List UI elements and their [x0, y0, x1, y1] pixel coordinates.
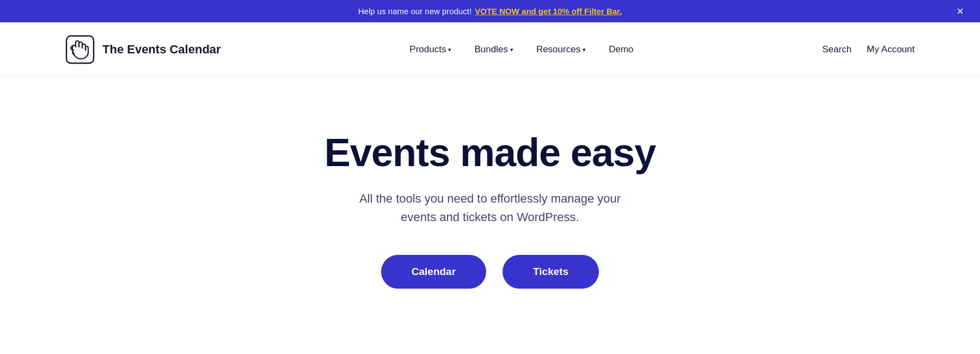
calendar-button[interactable]: Calendar — [381, 255, 486, 289]
logo-area[interactable]: The Events Calendar — [65, 35, 221, 64]
hero-section: Events made easy All the tools you need … — [0, 77, 980, 332]
nav-item-products[interactable]: Products ▾ — [401, 39, 460, 60]
logo-name: The Events Calendar — [102, 42, 221, 57]
nav-label-products: Products — [409, 44, 446, 55]
logo-icon — [65, 35, 95, 64]
tickets-button[interactable]: Tickets — [503, 255, 599, 289]
my-account-button[interactable]: My Account — [867, 44, 915, 55]
chevron-down-icon: ▾ — [583, 46, 586, 53]
banner-text: Help us name our new product! — [358, 7, 471, 16]
nav-item-resources[interactable]: Resources ▾ — [528, 39, 595, 60]
chevron-down-icon: ▾ — [448, 46, 451, 53]
hero-subtitle: All the tools you need to effortlessly m… — [348, 190, 632, 227]
hero-title: Events made easy — [324, 131, 656, 174]
announcement-banner: Help us name our new product! VOTE NOW a… — [0, 0, 980, 22]
nav-item-bundles[interactable]: Bundles ▾ — [465, 39, 522, 60]
search-button[interactable]: Search — [822, 44, 852, 55]
header: The Events Calendar Products ▾ Bundles ▾… — [0, 22, 980, 77]
banner-link[interactable]: VOTE NOW and get 10% off Filter Bar. — [475, 7, 622, 16]
banner-close-button[interactable]: × — [957, 5, 964, 17]
right-nav: Search My Account — [822, 44, 915, 55]
main-nav: Products ▾ Bundles ▾ Resources ▾ Demo — [401, 39, 642, 60]
chevron-down-icon: ▾ — [510, 46, 513, 53]
nav-label-bundles: Bundles — [474, 44, 507, 55]
nav-item-demo[interactable]: Demo — [600, 39, 642, 60]
hero-buttons: Calendar Tickets — [381, 255, 599, 289]
nav-label-resources: Resources — [536, 44, 580, 55]
nav-label-demo: Demo — [609, 44, 633, 55]
